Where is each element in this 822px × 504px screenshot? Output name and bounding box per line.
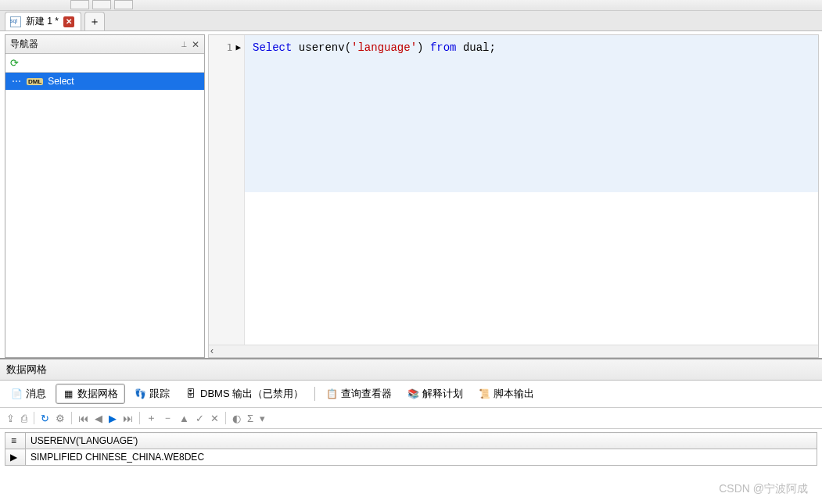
refresh-icon[interactable]: ⟳: [10, 57, 19, 69]
editor-horizontal-scrollbar[interactable]: ‹: [209, 345, 818, 357]
tab-dbms-output[interactable]: 🗄 DBMS 输出（已禁用）: [179, 384, 310, 403]
play-icon[interactable]: ▶: [109, 413, 117, 424]
dbms-icon: 🗄: [185, 388, 196, 399]
pin-icon[interactable]: ⟂: [181, 39, 187, 50]
line-number: 1: [227, 40, 233, 55]
tab-explain-plan[interactable]: 📚 解释计划: [401, 384, 469, 403]
navigator-item-label: Select: [48, 76, 74, 87]
tab-label: DBMS 输出（已禁用）: [200, 387, 303, 401]
navigator-title: 导航器: [10, 38, 38, 51]
refresh-data-icon[interactable]: ↻: [41, 413, 49, 424]
result-grid: ≡ USERENV('LANGUAGE') ▶ SIMPLIFIED CHINE…: [5, 432, 817, 466]
export-icon[interactable]: ⇪: [6, 413, 15, 424]
trace-icon: 👣: [135, 388, 145, 399]
tab-label: 跟踪: [149, 387, 170, 401]
navigator-toolbar: ⟳: [5, 54, 204, 73]
toolbar-button[interactable]: [114, 0, 133, 9]
tab-label: 数据网格: [77, 387, 118, 401]
grid-icon: ▦: [63, 388, 74, 399]
scroll-left-icon[interactable]: ‹: [210, 345, 214, 356]
navigator-item-select[interactable]: ⋯ DML Select: [5, 73, 204, 90]
tab-new-sql[interactable]: 新建 1 * ✕: [5, 12, 81, 30]
run-marker-icon[interactable]: ▶: [235, 40, 241, 55]
tab-label: 查询查看器: [341, 387, 392, 401]
row-indicator-icon: ▶: [5, 449, 26, 466]
dropdown-arrow-icon[interactable]: ▾: [260, 413, 265, 424]
top-toolbar: [0, 0, 822, 11]
cancel-icon[interactable]: ✕: [210, 413, 219, 424]
results-toolbar: ⇪ ⎙ ↻ ⚙ ⏮ ◀ ▶ ⏭ ＋ － ▲ ✓ ✕ ◐ Σ ▾: [0, 408, 822, 429]
messages-icon: 📄: [11, 388, 22, 399]
toolbar-button[interactable]: [92, 0, 111, 9]
tab-label: 消息: [26, 387, 46, 401]
navigator-panel: 导航器 ⟂ ✕ ⟳ ⋯ DML Select: [5, 34, 205, 358]
results-panel-title: 数据网格: [0, 359, 822, 381]
separator: [225, 412, 226, 424]
separator: [71, 412, 72, 424]
table-row[interactable]: ▶ SIMPLIFIED CHINESE_CHINA.WE8DEC: [5, 449, 817, 466]
row-indicator-header[interactable]: ≡: [5, 433, 26, 449]
editor-gutter: 1 ▶: [209, 35, 245, 345]
code-line[interactable]: Select userenv('language') from dual;: [245, 35, 818, 192]
commit-icon[interactable]: ✓: [196, 413, 204, 424]
tree-expander-icon: ⋯: [12, 76, 22, 87]
separator: [34, 412, 34, 424]
toolbar-button[interactable]: [70, 0, 89, 9]
print-icon[interactable]: ⎙: [21, 413, 27, 424]
tab-add-button[interactable]: ＋: [84, 12, 105, 30]
close-icon[interactable]: ✕: [192, 39, 199, 50]
script-output-icon: 📜: [479, 388, 490, 399]
first-record-icon[interactable]: ⏮: [78, 413, 88, 424]
filter-icon[interactable]: ⚙: [56, 413, 65, 424]
explain-icon: 📚: [407, 388, 418, 399]
main-area: 导航器 ⟂ ✕ ⟳ ⋯ DML Select 1 ▶: [0, 31, 822, 358]
tab-trace[interactable]: 👣 跟踪: [128, 384, 176, 403]
sql-editor: 1 ▶ Select userenv('language') from dual…: [208, 34, 819, 358]
separator: [139, 412, 140, 424]
separator: [314, 387, 315, 401]
bookmark-icon[interactable]: ◐: [232, 413, 241, 424]
editor-viewport[interactable]: 1 ▶ Select userenv('language') from dual…: [209, 35, 818, 345]
tab-label: 解释计划: [422, 387, 463, 401]
add-row-icon[interactable]: ＋: [146, 411, 156, 425]
edit-row-icon[interactable]: ▲: [179, 413, 189, 424]
results-panel: 数据网格 📄 消息 ▦ 数据网格 👣 跟踪 🗄 DBMS 输出（已禁用） 📋 查…: [0, 358, 822, 504]
tab-messages[interactable]: 📄 消息: [5, 384, 52, 403]
dml-tag: DML: [27, 78, 43, 85]
editor-empty-area[interactable]: [245, 192, 818, 345]
remove-row-icon[interactable]: －: [163, 411, 173, 425]
query-viewer-icon: 📋: [326, 388, 337, 399]
tab-title: 新建 1 *: [26, 15, 59, 28]
prev-record-icon[interactable]: ◀: [95, 413, 102, 424]
tab-query-viewer[interactable]: 📋 查询查看器: [320, 384, 398, 403]
cell-value[interactable]: SIMPLIFIED CHINESE_CHINA.WE8DEC: [26, 449, 817, 466]
sql-file-icon: [10, 16, 21, 27]
close-icon[interactable]: ✕: [63, 16, 74, 27]
results-tabbar: 📄 消息 ▦ 数据网格 👣 跟踪 🗄 DBMS 输出（已禁用） 📋 查询查看器 …: [0, 381, 822, 408]
navigator-tree: ⋯ DML Select: [5, 73, 204, 357]
tab-data-grid[interactable]: ▦ 数据网格: [56, 384, 125, 404]
navigator-header: 导航器 ⟂ ✕: [5, 35, 204, 54]
last-record-icon[interactable]: ⏭: [123, 413, 133, 424]
tab-script-output[interactable]: 📜 脚本输出: [472, 384, 540, 403]
sigma-icon[interactable]: Σ: [247, 413, 253, 424]
tab-label: 脚本输出: [494, 387, 534, 401]
document-tabbar: 新建 1 * ✕ ＋: [0, 11, 822, 31]
column-header[interactable]: USERENV('LANGUAGE'): [26, 433, 817, 449]
